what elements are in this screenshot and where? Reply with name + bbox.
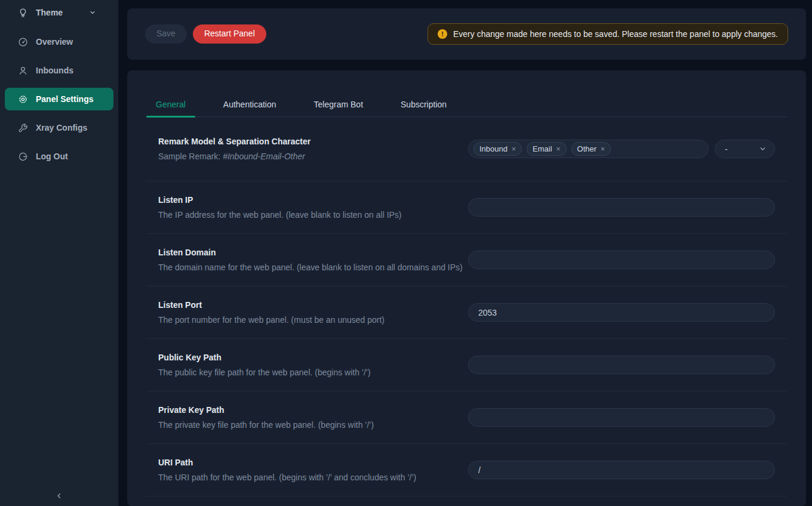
theme-label: Theme — [36, 8, 89, 17]
row-label: Public Key Path — [158, 353, 371, 362]
row-label: Listen IP — [158, 195, 402, 205]
tag-label: Inbound — [479, 144, 508, 153]
save-button[interactable]: Save — [145, 24, 187, 43]
form-row-public-key-path: Public Key Path The public key file path… — [146, 339, 787, 391]
wrench-icon — [18, 123, 28, 133]
tab-general[interactable]: General — [146, 94, 195, 116]
row-label: URI Path — [158, 458, 416, 467]
sidebar-item-label: Panel Settings — [36, 94, 93, 104]
row-control — [468, 251, 775, 269]
restart-warning-alert: ! Every change made here needs to be sav… — [427, 23, 788, 45]
row-description: The IP address for the web panel. (leave… — [158, 210, 402, 220]
row-description: The port number for the web panel. (must… — [158, 315, 385, 325]
row-description: Sample Remark: #Inbound-Email-Other — [158, 152, 310, 161]
sidebar-item-log-out[interactable]: Log Out — [5, 145, 113, 168]
row-label: Listen Port — [158, 300, 385, 310]
tag-label: Email — [533, 144, 552, 153]
row-control — [468, 303, 775, 322]
private-key-path-input[interactable] — [468, 408, 775, 427]
row-text: Remark Model & Separation Character Samp… — [158, 137, 310, 161]
toolbar-card: Save Restart Panel ! Every change made h… — [127, 8, 806, 60]
tag-remove-icon[interactable]: × — [556, 145, 561, 153]
gauge-icon — [18, 37, 28, 47]
chevron-left-icon — [55, 492, 63, 500]
row-text: URI Path The URI path for the web panel.… — [158, 458, 416, 482]
tag-inbound: Inbound × — [473, 142, 522, 156]
lightbulb-icon — [18, 8, 28, 18]
row-description: The private key file path for the web pa… — [158, 420, 374, 430]
public-key-path-input[interactable] — [468, 356, 775, 374]
sidebar: Theme Overview Inbounds — [0, 0, 118, 506]
sample-remark-prefix: Sample Remark: — [158, 152, 223, 161]
sidebar-nav: Overview Inbounds Panel Settings — [0, 30, 118, 168]
form-row-listen-port: Listen Port The port number for the web … — [146, 286, 787, 339]
warning-icon: ! — [438, 29, 447, 39]
row-text: Listen Port The port number for the web … — [158, 300, 385, 325]
sidebar-item-label: Xray Configs — [36, 123, 87, 132]
tag-remove-icon[interactable]: × — [601, 145, 605, 153]
row-label: Remark Model & Separation Character — [158, 137, 310, 146]
row-text: Listen IP The IP address for the web pan… — [158, 195, 402, 220]
tag-email: Email × — [527, 142, 567, 156]
row-control — [468, 198, 775, 217]
row-text: Private Key Path The private key file pa… — [158, 405, 374, 430]
sidebar-item-inbounds[interactable]: Inbounds — [5, 59, 113, 82]
tag-label: Other — [577, 144, 597, 153]
main-area: Save Restart Panel ! Every change made h… — [118, 0, 812, 506]
row-text: Listen Domain The domain name for the we… — [158, 248, 463, 272]
sample-remark-value: #Inbound-Email-Other — [223, 152, 305, 161]
chevron-down-icon — [759, 145, 767, 153]
tag-other: Other × — [571, 142, 611, 156]
tab-authentication[interactable]: Authentication — [214, 94, 286, 116]
uri-path-input[interactable] — [468, 461, 775, 479]
row-label: Listen Domain — [158, 248, 463, 257]
logout-icon — [18, 152, 28, 162]
sidebar-item-xray-configs[interactable]: Xray Configs — [5, 116, 113, 139]
theme-toggle[interactable]: Theme — [0, 0, 118, 25]
sidebar-item-label: Overview — [36, 37, 73, 47]
tag-remove-icon[interactable]: × — [512, 145, 516, 153]
form-row-listen-ip: Listen IP The IP address for the web pan… — [146, 181, 787, 234]
row-description: The domain name for the web panel. (leav… — [158, 263, 463, 272]
row-description: The public key file path for the web pan… — [158, 368, 371, 377]
row-control — [468, 356, 775, 374]
listen-domain-input[interactable] — [468, 251, 775, 269]
row-label: Private Key Path — [158, 405, 374, 415]
form-row-listen-domain: Listen Domain The domain name for the we… — [146, 234, 787, 286]
row-control — [468, 408, 775, 427]
form-row-private-key-path: Private Key Path The private key file pa… — [146, 391, 787, 444]
form-row-remark-model: Remark Model & Separation Character Samp… — [146, 117, 787, 181]
listen-ip-input[interactable] — [468, 198, 775, 217]
alert-text: Every change made here needs to be saved… — [453, 29, 778, 39]
remark-model-control: Inbound × Email × Other × - — [468, 140, 775, 158]
remark-model-tag-select[interactable]: Inbound × Email × Other × — [468, 140, 709, 158]
sidebar-item-label: Log Out — [36, 152, 68, 161]
sidebar-item-panel-settings[interactable]: Panel Settings — [5, 88, 113, 110]
select-value: - — [725, 144, 728, 154]
gear-icon — [18, 94, 28, 104]
row-control — [468, 461, 775, 479]
listen-port-input[interactable] — [468, 303, 775, 322]
tab-telegram-bot[interactable]: Telegram Bot — [304, 94, 373, 116]
sidebar-collapse-button[interactable] — [0, 487, 118, 505]
settings-card: General Authentication Telegram Bot Subs… — [127, 70, 806, 506]
row-description: The URI path for the web panel. (begins … — [158, 473, 416, 482]
row-text: Public Key Path The public key file path… — [158, 353, 371, 377]
settings-tabs: General Authentication Telegram Bot Subs… — [146, 94, 787, 117]
separation-character-select[interactable]: - — [715, 140, 775, 158]
sidebar-item-overview[interactable]: Overview — [5, 30, 113, 53]
restart-panel-button[interactable]: Restart Panel — [193, 24, 266, 43]
form-row-uri-path: URI Path The URI path for the web panel.… — [146, 444, 787, 496]
sidebar-item-label: Inbounds — [36, 66, 73, 75]
chevron-down-icon — [89, 9, 96, 16]
tab-subscription[interactable]: Subscription — [391, 94, 456, 116]
user-icon — [18, 66, 28, 76]
